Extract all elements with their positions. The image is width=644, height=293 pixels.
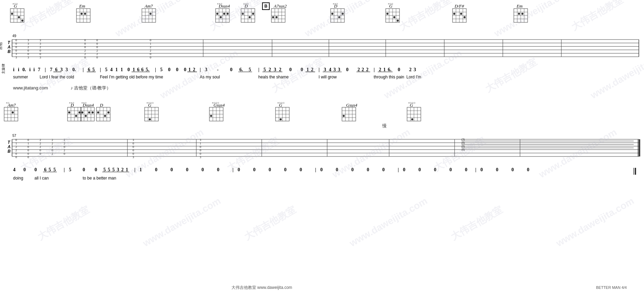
svg-text:5: 5 — [160, 67, 163, 72]
svg-text:0: 0 — [133, 149, 134, 152]
svg-text:1: 1 — [28, 142, 29, 145]
svg-text:0: 0 — [84, 42, 86, 45]
svg-text:2: 2 — [311, 67, 313, 72]
svg-text:2: 2 — [52, 139, 53, 142]
svg-text:0: 0 — [418, 167, 421, 172]
svg-text:5: 5 — [112, 167, 115, 172]
svg-text:0: 0 — [155, 167, 157, 172]
svg-text:0: 0 — [40, 152, 41, 155]
svg-point-52 — [220, 16, 222, 18]
svg-text:0: 0 — [28, 156, 29, 159]
svg-text:(3): (3) — [461, 138, 465, 141]
svg-text:|: | — [83, 67, 84, 72]
svg-text:0: 0 — [15, 49, 17, 52]
svg-text:3: 3 — [28, 39, 29, 42]
svg-point-111 — [518, 13, 520, 15]
svg-point-83 — [342, 13, 344, 15]
svg-text:|: | — [155, 67, 156, 72]
svg-text:summer: summer — [13, 75, 28, 79]
svg-text:2: 2 — [193, 67, 195, 72]
svg-text:0: 0 — [200, 149, 201, 152]
svg-text:|: | — [258, 67, 259, 72]
svg-text:0: 0 — [449, 167, 452, 172]
svg-point-54 — [227, 13, 229, 15]
svg-text:0: 0 — [15, 42, 17, 45]
svg-text:6: 6 — [44, 167, 46, 172]
svg-text:3: 3 — [40, 39, 41, 42]
svg-text:i: i — [29, 67, 31, 72]
svg-point-93 — [397, 20, 399, 22]
svg-point-51 — [216, 13, 218, 15]
svg-text:0: 0 — [28, 139, 29, 142]
svg-text:0: 0 — [200, 152, 201, 155]
svg-text:3: 3 — [133, 156, 134, 159]
svg-text:0: 0 — [150, 39, 151, 42]
svg-text:7: 7 — [50, 67, 52, 72]
svg-text:(0): (0) — [461, 148, 465, 151]
svg-text:2: 2 — [150, 49, 151, 52]
svg-text:0: 0 — [184, 67, 186, 72]
svg-text:1: 1 — [133, 67, 135, 72]
svg-text:0: 0 — [64, 152, 65, 155]
svg-text:××○: ××○ — [217, 2, 222, 6]
svg-text:5: 5 — [105, 67, 107, 72]
svg-text:×○○○: ×○○○ — [146, 101, 154, 105]
svg-text:0: 0 — [201, 167, 204, 172]
svg-text:3: 3 — [133, 139, 134, 142]
svg-text:4: 4 — [329, 67, 331, 72]
svg-text:3: 3 — [324, 67, 326, 72]
svg-point-64 — [252, 13, 254, 15]
svg-text:××○: ××○ — [69, 101, 74, 105]
svg-text:3: 3 — [15, 53, 17, 56]
svg-point-348 — [411, 118, 413, 120]
svg-text:6: 6 — [141, 67, 144, 72]
svg-text:|: | — [319, 67, 320, 72]
svg-text:×○○○: ×○○○ — [277, 101, 284, 105]
svg-text:6: 6 — [55, 67, 58, 72]
svg-text:|: | — [100, 67, 101, 72]
svg-text:×○○: ×○○ — [12, 2, 18, 6]
svg-text:0: 0 — [64, 145, 65, 149]
svg-point-297 — [88, 111, 90, 113]
svg-text:1: 1 — [188, 67, 191, 72]
svg-text:0: 0 — [434, 167, 436, 172]
svg-text:○○○: ○○○ — [243, 2, 249, 6]
svg-text:2: 2 — [84, 49, 86, 52]
svg-text:2: 2 — [64, 142, 65, 145]
svg-point-43 — [149, 13, 152, 15]
svg-text:heals the shame: heals the shame — [258, 75, 289, 79]
svg-text:0: 0 — [96, 56, 98, 59]
svg-text:Gsus4: Gsus4 — [346, 102, 357, 108]
svg-text:3: 3 — [28, 56, 29, 59]
svg-text:6: 6 — [137, 67, 139, 72]
svg-text:2: 2 — [96, 53, 98, 56]
svg-text:6: 6 — [88, 67, 90, 72]
svg-text:T: T — [8, 40, 11, 45]
svg-point-24 — [11, 13, 13, 15]
svg-text:|: | — [45, 67, 46, 72]
svg-point-53 — [223, 13, 225, 15]
svg-text:0: 0 — [300, 167, 302, 172]
svg-text:0.: 0. — [72, 67, 76, 72]
svg-text:1: 1 — [121, 67, 123, 72]
svg-text:A: A — [7, 45, 11, 50]
svg-text:2: 2 — [357, 67, 360, 72]
svg-text:吉他: 吉他 — [0, 42, 2, 50]
svg-text:0: 0 — [367, 167, 369, 172]
svg-text:0: 0 — [83, 167, 85, 172]
svg-point-306 — [97, 111, 99, 113]
svg-text:2: 2 — [40, 145, 41, 149]
svg-text:|: | — [134, 167, 135, 172]
svg-point-73 — [276, 16, 278, 18]
svg-text:0: 0 — [320, 167, 323, 172]
svg-text:1: 1 — [139, 167, 142, 172]
svg-point-102 — [460, 13, 462, 15]
svg-text:0: 0 — [186, 167, 188, 172]
svg-text:all I can: all I can — [34, 176, 49, 181]
svg-point-82 — [338, 16, 340, 18]
svg-text:2: 2 — [52, 152, 53, 155]
svg-text:5.: 5. — [146, 67, 149, 72]
svg-text:0: 0 — [168, 67, 170, 72]
svg-text:0: 0 — [133, 142, 134, 145]
svg-text:0: 0 — [465, 167, 467, 172]
